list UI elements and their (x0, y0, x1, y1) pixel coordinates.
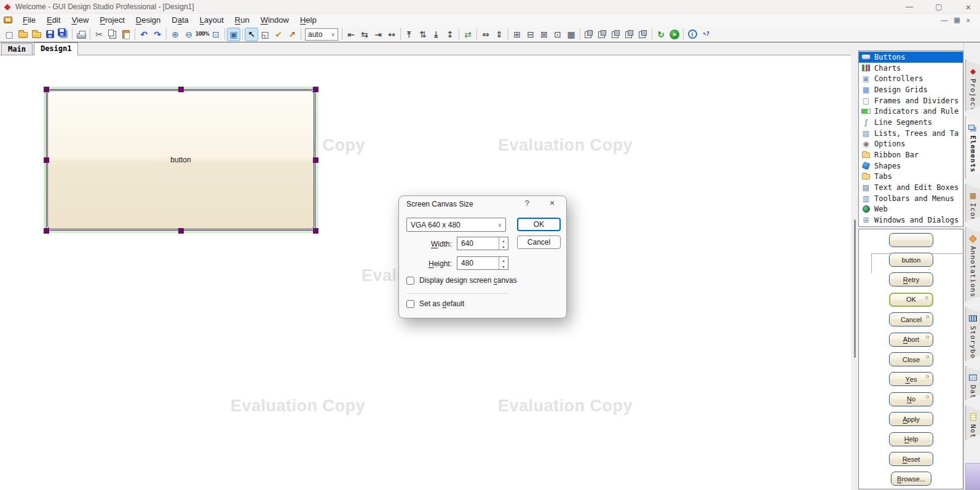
category-text-and-edit-boxes[interactable]: ▤Text and Edit Boxes (859, 182, 963, 193)
panel-tab-data[interactable]: Data (965, 366, 980, 400)
sample-button-apply[interactable]: Apply (889, 412, 933, 426)
menu-item-view[interactable]: View (66, 14, 94, 26)
context-help-button[interactable]: ↖? (699, 28, 713, 41)
width-spinner[interactable]: ▴▾ (499, 237, 508, 250)
run-button[interactable] (668, 28, 681, 41)
zoom-in-button[interactable]: ⊕ (168, 28, 182, 41)
redo-button[interactable]: ↷ (151, 28, 164, 41)
selection-handle[interactable] (44, 157, 49, 163)
menu-item-help[interactable]: Help (294, 14, 322, 26)
copy-button[interactable] (106, 28, 119, 41)
same-height-button[interactable]: ⇕ (492, 28, 506, 41)
panel-tab-project[interactable]: ◆Project (965, 60, 980, 111)
mdi-minimize-icon[interactable]: — (941, 17, 947, 24)
align-right-button[interactable]: ⇥ (371, 28, 385, 41)
sample-button-yes[interactable]: Yes (889, 372, 933, 386)
width-value[interactable]: 640 (457, 237, 499, 250)
restore-icon[interactable]: ▢ (933, 2, 944, 11)
canvas-button-element[interactable]: button (47, 90, 314, 229)
dialog-close-icon[interactable]: × (547, 198, 558, 208)
sample-button-cancel[interactable]: Cancel (889, 312, 933, 326)
canvas-vscrollbar-thumb[interactable] (854, 219, 856, 358)
panel-tab-notes[interactable]: Notes (965, 405, 980, 440)
save-button[interactable] (43, 28, 57, 41)
menu-item-run[interactable]: Run (229, 14, 255, 26)
size-grid-button[interactable]: ⊡ (551, 28, 564, 41)
sample-button-help[interactable]: Help (889, 432, 933, 446)
mdi-restore-icon[interactable]: ▣ (954, 16, 960, 24)
cancel-button[interactable]: Cancel (517, 235, 561, 249)
sample-button-ok[interactable]: OK (889, 293, 933, 307)
category-options[interactable]: ◉Options (859, 139, 963, 150)
ok-button[interactable]: OK (517, 218, 561, 231)
mdi-close-icon[interactable]: × (966, 17, 970, 24)
sample-button-no[interactable]: No (889, 392, 933, 406)
menu-item-file[interactable]: File (17, 14, 41, 26)
close-icon[interactable]: × (963, 2, 974, 12)
sample-button-reset[interactable]: Reset (889, 452, 933, 466)
info-button[interactable] (686, 28, 699, 41)
align-center-button[interactable]: ⇆ (358, 28, 371, 41)
tab-main[interactable]: Main (1, 43, 33, 55)
width-field[interactable]: 640 ▴▾ (457, 237, 508, 250)
order-multi-button[interactable] (636, 28, 650, 41)
selection-handle[interactable] (313, 87, 318, 92)
zoom-level-select[interactable]: auto∨ (305, 28, 338, 41)
height-field[interactable]: 480 ▴▾ (457, 256, 508, 270)
save-all-button[interactable] (57, 28, 70, 41)
selection-handle[interactable] (44, 228, 49, 234)
panel-tab-annotations[interactable]: Annotations (965, 227, 980, 302)
order-front-button[interactable] (609, 28, 623, 41)
order-backward-button[interactable] (596, 28, 609, 41)
same-width-button[interactable]: ⇔ (479, 28, 492, 41)
menu-item-edit[interactable]: Edit (41, 14, 66, 26)
category-web[interactable]: Web (859, 204, 963, 215)
category-charts[interactable]: Charts (859, 63, 963, 74)
open-button[interactable] (16, 28, 30, 41)
category-windows-and-dialogs[interactable]: ⊞Windows and Dialogs (859, 215, 963, 226)
category-indicators-and-rule[interactable]: Indicators and Rule (859, 106, 963, 117)
height-spinner[interactable]: ▴▾ (499, 257, 508, 269)
sample-button-close[interactable]: Close (889, 352, 933, 366)
selection-handle[interactable] (178, 87, 184, 92)
category-controllers[interactable]: ▣Controllers (859, 73, 963, 84)
swap-button[interactable]: ⇄ (461, 28, 475, 41)
sample-button-browse[interactable]: Browse... (891, 472, 931, 486)
print-button[interactable] (74, 28, 88, 41)
selection-handle[interactable] (44, 87, 49, 92)
sample-button-blank[interactable] (889, 233, 933, 247)
size-fit-button[interactable]: ▦ (564, 28, 578, 41)
undo-button[interactable]: ↶ (137, 28, 151, 41)
align-left-button[interactable]: ⇤ (344, 28, 358, 41)
space-down-button[interactable]: ↕ (443, 28, 457, 41)
category-tabs[interactable]: Tabs (859, 172, 963, 183)
selection-handle[interactable] (313, 157, 318, 163)
canvas-frame-button[interactable]: ▣ (227, 28, 240, 41)
category-buttons[interactable]: Buttons (859, 52, 963, 63)
category-lists-trees-and-ta[interactable]: ▤Lists, Trees and Ta (859, 128, 963, 139)
category-design-grids[interactable]: ▦Design Grids (859, 84, 963, 95)
menu-item-window[interactable]: Window (255, 14, 294, 26)
zoom-region-button[interactable]: ⊡ (209, 28, 223, 41)
minimize-icon[interactable]: — (904, 2, 915, 11)
order-back-button[interactable] (623, 28, 636, 41)
zoom-out-button[interactable]: ⊖ (182, 28, 196, 41)
dialog-help-icon[interactable]: ? (522, 199, 532, 208)
cut-button[interactable]: ✂ (92, 28, 106, 41)
order-forward-button[interactable] (582, 28, 596, 41)
sample-button-button[interactable]: button (889, 253, 933, 267)
selection-handle[interactable] (313, 228, 318, 234)
sample-button-abort[interactable]: Abort (889, 333, 933, 347)
menu-item-data[interactable]: Data (166, 14, 194, 26)
align-middle-button[interactable]: ⇅ (416, 28, 430, 41)
select-region-button[interactable]: ◱ (258, 28, 272, 41)
menu-item-project[interactable]: Project (94, 14, 130, 26)
panel-tab-storyboard[interactable]: Storyboard (965, 307, 980, 361)
canvas-size-preset-select[interactable]: VGA 640 x 480 ∨ (406, 218, 506, 232)
size-both-button[interactable]: ⊠ (537, 28, 551, 41)
selection-handle[interactable] (178, 228, 184, 234)
set-default-checkbox[interactable] (406, 300, 414, 308)
height-value[interactable]: 480 (457, 257, 499, 269)
category-line-segments[interactable]: ∫Line Segments (859, 117, 963, 128)
category-frames-and-dividers[interactable]: □Frames and Dividers (859, 95, 963, 106)
